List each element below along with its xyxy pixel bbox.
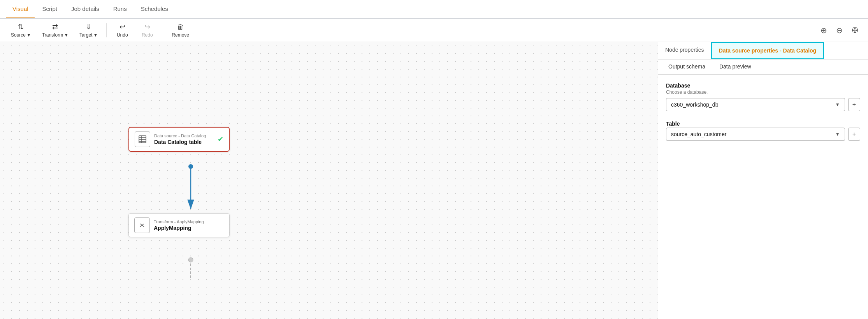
remove-icon: 🗑: [177, 23, 184, 31]
tab-runs[interactable]: Runs: [107, 1, 133, 18]
zoom-in-icon: ⊕: [821, 26, 827, 35]
tab-data-source-properties[interactable]: Data source properties - Data Catalog: [711, 42, 824, 59]
database-select-value: c360_workshop_db: [671, 102, 718, 108]
panel-secondary-tabs: Output schema Data preview: [658, 60, 868, 75]
database-add-button[interactable]: +: [848, 98, 860, 111]
top-navigation: Visual Script Job details Runs Schedules: [0, 0, 868, 19]
tab-data-preview[interactable]: Data preview: [712, 60, 758, 74]
zoom-in-button[interactable]: ⊕: [817, 23, 831, 37]
redo-icon: ↪: [144, 23, 150, 31]
toolbar-divider-2: [163, 23, 163, 37]
toolbar-divider-1: [106, 23, 107, 37]
target-button[interactable]: ⇓ Target ▼: [75, 20, 102, 40]
remove-button[interactable]: 🗑 Remove: [167, 21, 194, 40]
redo-button[interactable]: ↪ Redo: [135, 20, 159, 40]
transform-dropdown-arrow: ▼: [64, 32, 69, 38]
undo-button[interactable]: ↩ Undo: [111, 20, 134, 40]
tab-visual[interactable]: Visual: [6, 1, 35, 18]
transform-node-text: Transform - ApplyMapping ApplyMapping: [154, 219, 224, 231]
source-node-text: Data source - Data Catalog Data Catalog …: [154, 133, 214, 145]
database-select-arrow: ▼: [835, 102, 840, 107]
target-dropdown-arrow: ▼: [93, 32, 98, 38]
connection-lines: [0, 42, 658, 319]
tab-node-properties[interactable]: Node properties: [658, 42, 711, 59]
transform-label: Transform: [42, 32, 63, 38]
zoom-out-icon: ⊖: [836, 26, 843, 35]
source-icon: ⇅: [18, 23, 24, 31]
undo-icon: ↩: [119, 23, 125, 31]
table-add-icon: +: [852, 131, 856, 138]
canvas[interactable]: Data source - Data Catalog Data Catalog …: [0, 42, 658, 319]
transform-button[interactable]: ⇄ Transform ▼: [37, 20, 73, 40]
table-select-value: source_auto_customer: [671, 131, 726, 137]
database-desc: Choose a database.: [666, 89, 860, 95]
fit-view-button[interactable]: ✠: [848, 23, 862, 37]
main-area: Data source - Data Catalog Data Catalog …: [0, 42, 868, 319]
transform-node-icon: [134, 217, 150, 233]
database-field-group: Database Choose a database. c360_worksho…: [666, 82, 860, 111]
source-node-check: ✔: [218, 135, 223, 144]
svg-point-2: [188, 164, 193, 169]
tab-output-schema[interactable]: Output schema: [661, 60, 712, 74]
target-icon: ⇓: [86, 23, 91, 31]
transform-icon: ⇄: [52, 23, 58, 31]
source-button[interactable]: ⇅ Source ▼: [6, 20, 36, 40]
table-label: Table: [666, 121, 860, 127]
database-label: Database: [666, 82, 860, 89]
table-select-row: source_auto_customer ▼ +: [666, 128, 860, 141]
redo-label: Redo: [142, 32, 153, 38]
tab-job-details[interactable]: Job details: [65, 1, 105, 18]
table-select[interactable]: source_auto_customer ▼: [666, 128, 845, 141]
panel-content: Database Choose a database. c360_worksho…: [658, 75, 868, 319]
source-node-subtitle: Data source - Data Catalog: [154, 133, 214, 138]
transform-node-title: ApplyMapping: [154, 225, 224, 231]
source-dropdown-arrow: ▼: [26, 32, 31, 38]
undo-label: Undo: [117, 32, 128, 38]
source-node[interactable]: Data source - Data Catalog Data Catalog …: [128, 127, 230, 152]
database-add-icon: +: [852, 101, 856, 108]
zoom-out-button[interactable]: ⊖: [832, 23, 846, 37]
right-panel: Node properties Data source properties -…: [658, 42, 868, 319]
source-node-title: Data Catalog table: [154, 139, 214, 145]
tab-script[interactable]: Script: [36, 1, 63, 18]
target-label: Target: [79, 32, 92, 38]
database-select[interactable]: c360_workshop_db ▼: [666, 98, 845, 111]
table-add-button[interactable]: +: [848, 128, 860, 141]
table-field-group: Table source_auto_customer ▼ +: [666, 121, 860, 141]
svg-point-3: [188, 258, 193, 262]
fit-view-icon: ✠: [852, 26, 858, 35]
remove-label: Remove: [172, 32, 189, 38]
source-label: Source: [11, 32, 26, 38]
panel-top-tabs: Node properties Data source properties -…: [658, 42, 868, 60]
tab-schedules[interactable]: Schedules: [135, 1, 174, 18]
transform-node-subtitle: Transform - ApplyMapping: [154, 219, 224, 224]
database-select-row: c360_workshop_db ▼ +: [666, 98, 860, 111]
source-node-icon: [135, 131, 150, 147]
transform-node[interactable]: Transform - ApplyMapping ApplyMapping: [128, 213, 230, 237]
toolbar: ⇅ Source ▼ ⇄ Transform ▼ ⇓ Target ▼ ↩ Un…: [0, 19, 868, 42]
table-select-arrow: ▼: [835, 131, 840, 137]
